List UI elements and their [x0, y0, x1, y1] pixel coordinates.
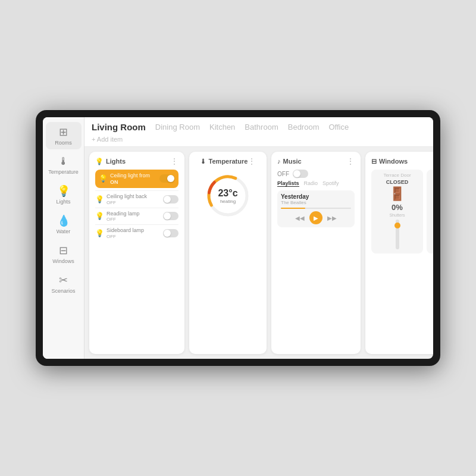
temp-value: 23°c heating [218, 188, 237, 204]
light-status-3: OFF [107, 234, 144, 239]
tab-living-room[interactable]: Living Room [92, 122, 146, 133]
temp-card-menu[interactable]: ⋮ [248, 156, 256, 166]
toggle-knob-1 [164, 196, 171, 203]
tab-office[interactable]: Office [328, 123, 349, 133]
light-toggle-2[interactable] [163, 212, 178, 220]
sidebar-item-scenarios[interactable]: ✂ Scenarios [46, 270, 82, 298]
light-name-0: Ceiling light from [110, 173, 150, 179]
tab-bedroom[interactable]: Bedroom [288, 123, 320, 133]
light-item-2[interactable]: 💡 Reading lamp OFF [95, 208, 178, 225]
lights-card-menu[interactable]: ⋮ [170, 156, 178, 166]
lights-title-text: Lights [106, 158, 126, 165]
temperature-icon: 🌡 [58, 155, 69, 168]
window-item-0[interactable]: Terrace Door CLOSED 🚪 0% Shutters [371, 170, 423, 253]
sidebar-label-temperature: Temperature [48, 169, 79, 175]
music-controls: ◀◀ ▶ ▶▶ [281, 211, 351, 224]
bulb-icon-2: 💡 [95, 212, 104, 220]
windows-card: ⊟ Windows ⋮ Terrace Door CLOSED 🚪 0% Shu… [365, 152, 433, 354]
scenarios-icon: ✂ [59, 274, 68, 287]
light-name-1: Ceiling light back [107, 193, 147, 200]
music-tab-radio[interactable]: Radio [304, 180, 318, 187]
main-content: Living Room Dining Room Kitchen Bathroom… [84, 117, 433, 359]
lights-card: 💡 Lights ⋮ 💡 Ceiling light from ON [89, 152, 184, 354]
next-button[interactable]: ▶▶ [327, 215, 337, 221]
shutter-slider-0[interactable] [396, 220, 399, 249]
light-label-1: 💡 Ceiling light back OFF [95, 193, 147, 205]
song-name: Yesterday [281, 193, 351, 200]
bulb-icon-1: 💡 [95, 195, 104, 203]
temp-title-text: Temperature [209, 158, 248, 165]
windows-items: Terrace Door CLOSED 🚪 0% Shutters Terrac… [371, 170, 433, 253]
music-card: ♪ Music ⋮ OFF Playlists Radio [271, 152, 361, 354]
windows-card-title: ⊟ Windows [371, 158, 408, 165]
music-title-icon: ♪ [277, 158, 281, 165]
temp-card-header: 🌡 Temperature ⋮ [200, 156, 256, 166]
sidebar-label-lights: Lights [56, 199, 70, 205]
light-item-1[interactable]: 💡 Ceiling light back OFF [95, 190, 178, 208]
lights-card-header: 💡 Lights ⋮ [95, 156, 178, 166]
light-status-2: OFF [107, 217, 140, 222]
toggle-knob-2 [164, 212, 171, 220]
music-card-menu[interactable]: ⋮ [346, 156, 355, 166]
light-label-2: 💡 Reading lamp OFF [95, 211, 140, 223]
sidebar-item-temperature[interactable]: 🌡 Temperature [46, 152, 82, 178]
light-status-0: ON [110, 179, 150, 185]
thermostat-gauge[interactable]: 23°c heating [204, 172, 252, 220]
sidebar-item-windows[interactable]: ⊟ Windows [46, 240, 82, 268]
room-tabs: Living Room Dining Room Kitchen Bathroom… [92, 122, 426, 133]
music-power-label: OFF [277, 171, 289, 177]
temp-number: 23°c [218, 188, 237, 199]
add-item-button[interactable]: + Add item [92, 133, 426, 144]
sidebar-item-rooms[interactable]: ⊞ Rooms [46, 122, 82, 149]
toggle-knob-0 [167, 175, 174, 182]
temp-unit: heating [218, 199, 237, 204]
light-status-1: OFF [107, 200, 147, 205]
sidebar-label-windows: Windows [52, 258, 74, 264]
light-label-3: 💡 Sideboard lamp OFF [95, 227, 144, 239]
music-card-header: ♪ Music ⋮ [277, 156, 355, 166]
music-title-text: Music [283, 158, 302, 165]
sidebar-label-water: Water [57, 228, 71, 234]
tab-dining-room[interactable]: Dining Room [155, 123, 200, 133]
prev-button[interactable]: ◀◀ [295, 215, 305, 221]
sidebar-item-lights[interactable]: 💡 Lights [46, 181, 82, 208]
light-item-3[interactable]: 💡 Sideboard lamp OFF [95, 224, 178, 242]
light-item-active[interactable]: 💡 Ceiling light from ON [95, 170, 178, 188]
windows-title-text: Windows [379, 158, 408, 165]
temp-card-title: 🌡 Temperature [200, 158, 248, 165]
window-item-1[interactable]: Terrace Door CLOSED 🪟 75% Shutters [427, 170, 433, 253]
windows-icon: ⊟ [59, 244, 68, 257]
music-tab-playlists[interactable]: Playlists [277, 180, 299, 187]
music-toggle[interactable] [293, 170, 308, 178]
music-card-title: ♪ Music [277, 158, 302, 165]
sidebar-item-water[interactable]: 💧 Water [46, 211, 82, 238]
temperature-card: 🌡 Temperature ⋮ [189, 152, 267, 354]
light-toggle-0[interactable] [159, 174, 175, 183]
music-power-row: OFF [277, 170, 355, 178]
tablet-frame: ⊞ Rooms 🌡 Temperature 💡 Lights 💧 Water ⊟… [36, 110, 440, 366]
bulb-icon-3: 💡 [95, 229, 104, 237]
tab-kitchen[interactable]: Kitchen [209, 123, 235, 133]
tab-bathroom[interactable]: Bathroom [245, 123, 278, 133]
light-toggle-3[interactable] [163, 229, 178, 237]
rooms-icon: ⊞ [59, 126, 68, 139]
light-name-3: Sideboard lamp [107, 227, 144, 234]
windows-card-header: ⊟ Windows ⋮ [371, 156, 433, 166]
progress-bar[interactable] [281, 208, 351, 209]
light-toggle-1[interactable] [163, 195, 178, 203]
music-tab-spotify[interactable]: Spotify [322, 180, 339, 187]
lights-icon: 💡 [57, 184, 70, 198]
water-icon: 💧 [57, 214, 70, 227]
windows-title-icon: ⊟ [371, 158, 377, 165]
music-tabs: Playlists Radio Spotify [277, 180, 355, 187]
bulb-icon-active: 💡 [99, 174, 108, 183]
door-icon-0: 🚪 [389, 186, 405, 202]
shutter-handle-0 [394, 223, 400, 228]
progress-fill [281, 208, 305, 209]
play-button[interactable]: ▶ [309, 211, 322, 224]
sidebar-label-rooms: Rooms [55, 140, 72, 146]
light-name-2: Reading lamp [107, 211, 140, 217]
toggle-knob-3 [164, 230, 171, 237]
window-status-0: CLOSED [386, 179, 409, 185]
window-label-0: Shutters [389, 213, 405, 217]
